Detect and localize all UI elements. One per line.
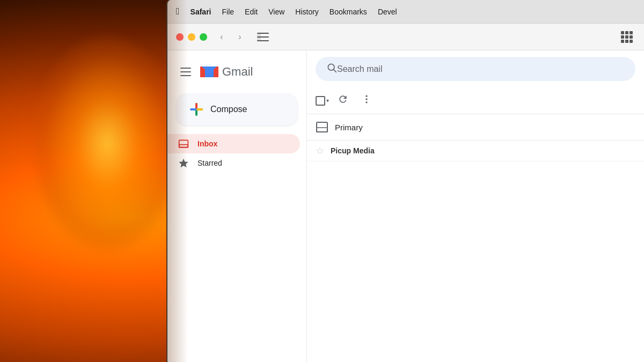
screen-frame:  Safari File Edit View History Bookmark… bbox=[166, 0, 644, 362]
forward-button[interactable]: › bbox=[232, 30, 248, 44]
maximize-button[interactable] bbox=[200, 33, 207, 41]
select-dropdown-arrow[interactable]: ▾ bbox=[326, 98, 329, 104]
svg-rect-18 bbox=[317, 128, 327, 132]
gmail-m-icon bbox=[199, 61, 220, 83]
refresh-button[interactable] bbox=[333, 92, 353, 109]
hamburger-line bbox=[180, 68, 191, 69]
more-options-button[interactable] bbox=[357, 92, 376, 109]
inbox-icon bbox=[178, 138, 189, 149]
menu-devel[interactable]: Devel bbox=[378, 8, 397, 16]
menu-safari[interactable]: Safari bbox=[191, 8, 211, 16]
back-button[interactable]: ‹ bbox=[214, 30, 230, 44]
hamburger-line bbox=[180, 71, 191, 72]
email-main-area: Search mail ▾ bbox=[307, 50, 644, 362]
menu-bookmarks[interactable]: Bookmarks bbox=[330, 8, 367, 16]
nav-inbox[interactable]: Inbox bbox=[167, 134, 300, 153]
primary-tab[interactable]: Primary bbox=[307, 114, 644, 141]
starred-label: Starred bbox=[197, 159, 222, 167]
sidebar-toggle-icon bbox=[257, 33, 269, 41]
svg-rect-17 bbox=[317, 122, 327, 132]
inbox-label: Inbox bbox=[197, 139, 217, 148]
compose-plus-icon bbox=[189, 102, 204, 117]
svg-line-13 bbox=[334, 70, 336, 72]
compose-label: Compose bbox=[210, 105, 247, 114]
svg-rect-3 bbox=[257, 33, 261, 41]
email-row[interactable]: ☆ Picup Media bbox=[307, 141, 644, 161]
gmail-header: Gmail bbox=[167, 61, 306, 93]
minimize-button[interactable] bbox=[188, 33, 195, 41]
menu-file[interactable]: File bbox=[222, 8, 235, 16]
gmail-logo: Gmail bbox=[199, 61, 253, 83]
sender-name: Picup Media bbox=[331, 146, 375, 155]
email-toolbar: ▾ bbox=[307, 87, 644, 114]
svg-point-16 bbox=[365, 101, 367, 103]
close-button[interactable] bbox=[176, 33, 184, 41]
star-icon bbox=[178, 158, 189, 168]
nav-buttons: ‹ › bbox=[214, 30, 248, 44]
gmail-app-name: Gmail bbox=[222, 65, 253, 79]
more-icon bbox=[361, 94, 372, 105]
primary-tab-label: Primary bbox=[335, 123, 363, 132]
background-glow bbox=[32, 36, 182, 251]
search-placeholder: Search mail bbox=[337, 64, 382, 74]
primary-tab-icon bbox=[316, 121, 328, 134]
svg-point-15 bbox=[365, 98, 367, 100]
svg-rect-11 bbox=[179, 145, 188, 147]
select-all-checkbox[interactable] bbox=[316, 96, 325, 106]
refresh-icon bbox=[338, 94, 348, 105]
svg-point-14 bbox=[365, 95, 367, 97]
hamburger-button[interactable] bbox=[178, 65, 193, 78]
nav-starred[interactable]: Starred bbox=[167, 153, 300, 173]
grid-icon bbox=[621, 31, 633, 43]
hamburger-line bbox=[180, 75, 191, 76]
sidebar-toggle-button[interactable] bbox=[254, 30, 272, 44]
search-bar[interactable]: Search mail bbox=[316, 57, 635, 81]
browser-toolbar: ‹ › bbox=[167, 24, 644, 50]
traffic-lights bbox=[176, 33, 207, 41]
search-svg bbox=[326, 62, 337, 73]
svg-rect-10 bbox=[179, 140, 188, 147]
macos-menubar:  Safari File Edit View History Bookmark… bbox=[167, 0, 644, 24]
content-area: Gmail Compose Inbox bbox=[167, 50, 644, 362]
search-icon bbox=[326, 62, 337, 76]
email-star[interactable]: ☆ bbox=[316, 145, 324, 157]
menu-view[interactable]: View bbox=[268, 8, 284, 16]
gmail-sidebar: Gmail Compose Inbox bbox=[167, 50, 307, 362]
menu-history[interactable]: History bbox=[295, 8, 319, 16]
svg-rect-9 bbox=[196, 108, 203, 110]
apple-menu[interactable]:  bbox=[176, 6, 180, 17]
menu-edit[interactable]: Edit bbox=[245, 8, 258, 16]
select-all-wrapper[interactable]: ▾ bbox=[316, 96, 329, 106]
compose-button[interactable]: Compose bbox=[176, 93, 298, 125]
tabs-grid-button[interactable] bbox=[618, 30, 635, 44]
